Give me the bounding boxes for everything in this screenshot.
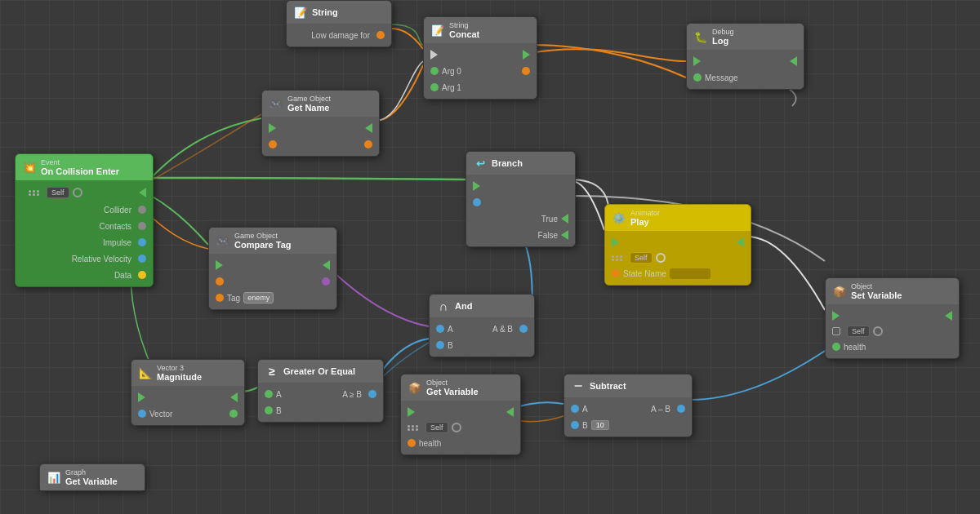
- impulse-port[interactable]: [138, 238, 146, 246]
- tag-row: Tag enemy: [209, 290, 336, 306]
- health-label: health: [844, 343, 866, 352]
- node-magnitude[interactable]: 📐 Vector 3 Magnitude Vector: [131, 359, 245, 426]
- ge-result-port[interactable]: [368, 390, 376, 398]
- branch-flow-in: [473, 181, 480, 191]
- getvariable-title: Get Variable: [426, 387, 479, 397]
- comparetag-result-port[interactable]: [322, 277, 330, 286]
- data-label: Data: [114, 271, 131, 280]
- comparetag-target-row: [209, 273, 336, 290]
- gameobject-icon: 🎮: [269, 96, 283, 111]
- self-grid-icon: [29, 190, 40, 196]
- collider-label: Collider: [104, 206, 131, 215]
- state-port[interactable]: [612, 269, 620, 277]
- comparetag-flow-out: [323, 260, 330, 270]
- getname-flow-in: [269, 123, 276, 133]
- output-port[interactable]: [376, 31, 385, 39]
- tag-value[interactable]: enemy: [243, 292, 274, 304]
- magnitude-icon: 📐: [138, 366, 153, 380]
- and-a-port[interactable]: [436, 325, 444, 333]
- branch-icon: ↩: [473, 156, 488, 171]
- comparetag-flow-row: [209, 257, 336, 273]
- setvariable-flow-out: [945, 311, 952, 321]
- debug-subtitle: Debug: [712, 28, 734, 36]
- relvel-row: Relative Velocity: [16, 250, 153, 267]
- health-row: health: [826, 339, 959, 355]
- node-subtract[interactable]: − Subtract A A – B B 10: [564, 374, 693, 437]
- magnitude-out[interactable]: [229, 410, 238, 418]
- arg1-row: Arg 1: [424, 79, 537, 95]
- self-row: Self: [22, 185, 89, 200]
- node-string-concat[interactable]: 📝 String Concat Arg 0 Arg 1: [423, 16, 537, 100]
- node-get-name[interactable]: 🎮 Game Object Get Name: [261, 90, 380, 157]
- node-set-variable[interactable]: 📦 Object Set Variable Self health: [825, 277, 960, 359]
- false-label: False: [538, 231, 558, 240]
- arg0-out[interactable]: [522, 67, 530, 75]
- node-graph-get-variable[interactable]: 📊 Graph Get Variable: [39, 463, 145, 491]
- ge-b-port[interactable]: [265, 406, 273, 414]
- getvariable-header: 📦 Object Get Variable: [401, 374, 520, 401]
- subtract-body: A A – B B 10: [564, 397, 692, 436]
- setvariable-flow-in: [832, 311, 840, 321]
- arg0-port[interactable]: [430, 67, 439, 75]
- false-port: [561, 230, 568, 240]
- getvariable-flow-out: [506, 407, 514, 417]
- collision-title: On Collision Enter: [41, 166, 119, 176]
- getname-out[interactable]: [364, 140, 372, 148]
- arg1-port[interactable]: [430, 83, 439, 91]
- state-label: State Name: [623, 269, 666, 278]
- node-string[interactable]: 📝 String Low damage for: [286, 0, 392, 47]
- health-port[interactable]: [832, 343, 840, 351]
- ge-a-port[interactable]: [265, 390, 273, 398]
- sub-b-port[interactable]: [571, 421, 579, 429]
- debug-flow-row: [687, 53, 804, 69]
- node-greater-equal[interactable]: ≥ Greater Or Equal A A ≥ B B: [257, 359, 384, 423]
- node-get-variable[interactable]: 📦 Object Get Variable Self: [400, 374, 521, 455]
- subtract-icon: −: [571, 379, 586, 393]
- relvel-port[interactable]: [138, 255, 146, 263]
- animator-subtitle: Animator: [630, 209, 660, 217]
- node-branch[interactable]: ↩ Branch True False: [466, 151, 576, 247]
- impulse-label: Impulse: [103, 238, 131, 247]
- magnitude-title: Magnitude: [157, 372, 202, 382]
- node-debug-log[interactable]: 🐛 Debug Log Message: [686, 23, 804, 90]
- vector-port[interactable]: [138, 410, 146, 418]
- true-row: True: [466, 210, 575, 227]
- animator-header: ⚙️ Animator Play: [605, 205, 751, 231]
- collision-body: Self Collider Contacts Impulse Relative …: [16, 180, 153, 286]
- graphvar-subtitle: Graph: [65, 468, 118, 476]
- self-box: Self: [47, 187, 69, 198]
- branch-title: Branch: [492, 158, 523, 168]
- branch-condition-port[interactable]: [473, 198, 481, 206]
- sub-result-port[interactable]: [677, 405, 685, 413]
- message-port[interactable]: [693, 73, 702, 82]
- getvariable-health-port[interactable]: [408, 439, 416, 447]
- message-label: Message: [705, 73, 738, 82]
- node-animator-play[interactable]: ⚙️ Animator Play Self St: [604, 204, 751, 286]
- b-row: B: [430, 337, 534, 353]
- contacts-port[interactable]: [138, 222, 146, 230]
- tag-port[interactable]: [216, 294, 224, 302]
- getname-target[interactable]: [269, 140, 277, 148]
- collider-port[interactable]: [138, 206, 146, 214]
- ge-result-label: A ≥ B: [342, 390, 362, 399]
- animator-self-row: Self: [605, 250, 751, 265]
- subtract-header: − Subtract: [564, 374, 692, 397]
- node-on-collision-enter[interactable]: 💥 Event On Collision Enter Self: [15, 153, 154, 287]
- data-port[interactable]: [138, 271, 146, 279]
- node-compare-tag[interactable]: 🎮 Game Object Compare Tag Tag enemy: [208, 227, 337, 310]
- ge-b-row: B: [258, 402, 383, 419]
- and-b-port[interactable]: [436, 341, 444, 349]
- state-name-input[interactable]: [670, 268, 710, 279]
- node-canvas[interactable]: 📝 String Low damage for 📝 String Concat: [0, 0, 980, 514]
- concat-flow-out: [430, 50, 438, 60]
- arg0-label: Arg 0: [442, 67, 461, 76]
- comparetag-target-port[interactable]: [216, 277, 224, 286]
- ab-label: A & B: [492, 325, 513, 334]
- sub-b-value[interactable]: 10: [591, 420, 609, 430]
- and-out-port[interactable]: [519, 325, 528, 333]
- ge-b-label: B: [276, 406, 282, 415]
- node-and[interactable]: ∩ And A A & B B: [429, 294, 535, 357]
- sub-a-port[interactable]: [571, 405, 579, 413]
- concat-output-row: [424, 47, 537, 63]
- setvariable-title: Set Variable: [851, 290, 902, 300]
